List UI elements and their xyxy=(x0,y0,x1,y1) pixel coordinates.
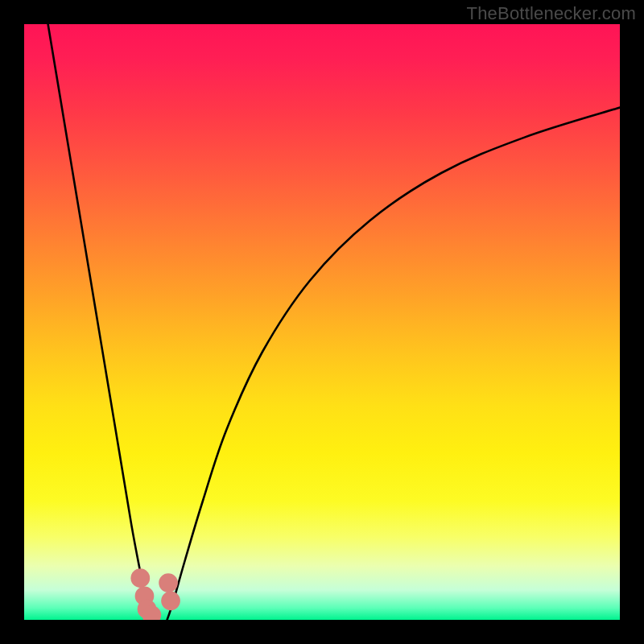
data-marker xyxy=(130,568,150,588)
curve-layer xyxy=(24,24,620,620)
curve-right-branch xyxy=(167,108,620,620)
data-marker xyxy=(161,591,180,610)
curve-left-branch xyxy=(48,24,151,620)
data-marker xyxy=(159,573,178,592)
attribution-text: TheBottlenecker.com xyxy=(467,3,636,24)
chart-frame: TheBottlenecker.com xyxy=(0,0,644,644)
plot-area xyxy=(24,24,620,620)
